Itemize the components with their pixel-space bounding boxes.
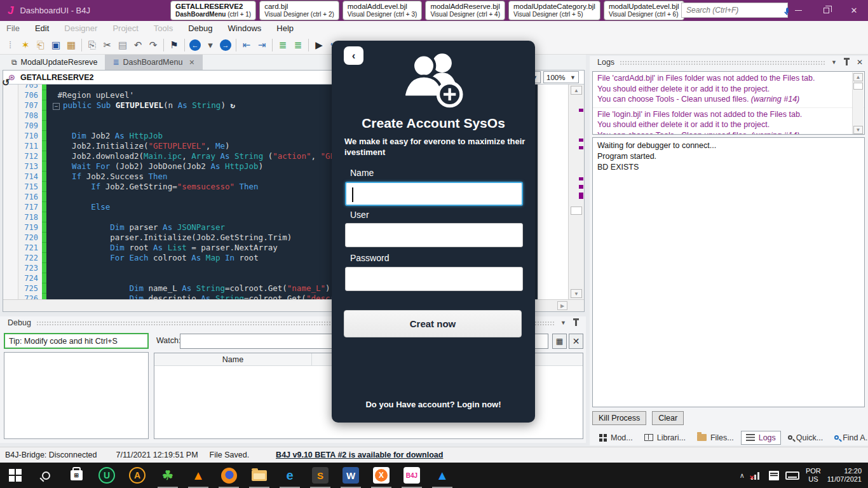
doc-tab-modalupdateresreve[interactable]: ⧉ ModalUpdateResreve (4, 55, 105, 70)
create-now-button[interactable]: Creat now (344, 310, 522, 337)
panel-tab-mod[interactable]: Mod... (595, 431, 637, 444)
new-file-icon[interactable]: ✶ (18, 37, 33, 53)
taskbar-vlc-icon[interactable]: ▲ (183, 463, 214, 488)
redo-icon[interactable]: ↷ (146, 37, 161, 53)
run-icon[interactable]: ▶ (311, 37, 327, 53)
taskbar-b4j-bridge-icon[interactable]: ▲ (427, 463, 458, 488)
taskbar-xampp-icon[interactable]: X (366, 463, 397, 488)
menu-project[interactable]: Project (112, 24, 138, 33)
taskbar-b4j-icon[interactable]: B4J (397, 463, 427, 488)
evaluate-expression-button[interactable]: ▦ (552, 334, 567, 349)
taskbar-iobit-uninstaller-icon[interactable]: U (92, 463, 122, 488)
restore-button[interactable] (812, 0, 840, 21)
menu-tools[interactable]: Tools (154, 24, 173, 33)
copy-icon[interactable]: ⎘ (85, 37, 100, 53)
taskbar-sublime-text-icon[interactable]: S (305, 463, 336, 488)
bookmark-marker[interactable] (579, 177, 583, 180)
bookmark-marker[interactable] (579, 185, 583, 189)
taskbar-firefox-icon[interactable] (214, 463, 244, 488)
scroll-down-icon[interactable]: ▼ (853, 126, 863, 134)
clock[interactable]: 12:2011/07/2021 (827, 467, 862, 484)
scrollbar-thumb[interactable] (571, 207, 582, 215)
close-button[interactable]: ✕ (840, 0, 868, 21)
network-disconnected-icon[interactable]: ✕ (751, 471, 763, 480)
menu-windows[interactable]: Windows (228, 24, 262, 33)
indent-less-icon[interactable]: ⇤ (239, 37, 254, 53)
scroll-up-icon[interactable]: ▲ (571, 86, 582, 95)
quick-tab-modaladdreserve.bjl[interactable]: modalAddReserve.bjlVisual Designer (ctrl… (425, 1, 505, 20)
zoom-selector-dropdown[interactable]: 100% ▼ (543, 71, 579, 83)
indent-more-icon[interactable]: ⇥ (254, 37, 269, 53)
save-icon[interactable]: ▣ (48, 37, 64, 53)
paste-icon[interactable]: ▤ (115, 37, 130, 53)
warnings-log-box[interactable]: File 'cardAdd.bjl' in Files folder was n… (592, 71, 865, 135)
user-field[interactable] (345, 223, 523, 247)
taskbar-file-explorer-icon[interactable] (244, 463, 275, 488)
quick-tab-modalupdatecategory.bjl[interactable]: modalUpdateCategory.bjlVisual Designer (… (508, 1, 600, 20)
taskbar-search-icon[interactable] (31, 463, 61, 488)
quick-tab-getallreserve2[interactable]: GETALLRESERVE2DashBoardMenu (ctrl + 1) (170, 1, 256, 20)
cut-icon[interactable]: ✂ (100, 37, 115, 53)
close-tab-icon[interactable]: ✕ (189, 58, 194, 67)
touch-keyboard-icon[interactable] (785, 471, 799, 480)
login-link[interactable]: Do you Have account? Login now! (332, 400, 535, 409)
panel-tab-files[interactable]: Files... (693, 431, 738, 444)
export-zip-icon[interactable]: ▦ (64, 37, 79, 53)
bookmark-marker[interactable] (579, 109, 583, 112)
scroll-right-icon[interactable]: ▶ (557, 301, 567, 310)
taskbar-edge-icon[interactable]: e (275, 463, 305, 488)
scroll-up-icon[interactable]: ▲ (853, 73, 863, 81)
panel-tab-librari[interactable]: Librari... (640, 431, 690, 444)
taskbar-word-icon[interactable]: W (336, 463, 366, 488)
quick-tab-modaladdlevel.bjl[interactable]: modalAddLevel.bjlVisual Designer (ctrl +… (342, 1, 423, 20)
comment-icon[interactable]: ≣ (275, 37, 290, 53)
kill-process-button[interactable]: Kill Process (592, 411, 646, 425)
notifications-icon[interactable] (769, 471, 779, 480)
search-input[interactable] (682, 6, 786, 15)
open-project-icon[interactable]: ⎗ (33, 37, 48, 53)
global-search-box[interactable] (681, 3, 788, 18)
editor-vertical-scrollbar[interactable]: ▲ ▼ (568, 85, 584, 299)
doc-tab-dashboardmenu[interactable]: ≣ DashBoardMenu ✕ (105, 55, 202, 70)
clear-watch-button[interactable]: ✕ (569, 334, 583, 349)
clear-logs-button[interactable]: Clear (652, 411, 684, 425)
menu-edit[interactable]: Edit (35, 24, 49, 33)
bookmark-marker[interactable] (579, 146, 583, 149)
language-indicator[interactable]: PORUS (806, 467, 821, 484)
taskbar-start-icon[interactable] (0, 463, 31, 488)
menu-file[interactable]: File (6, 24, 20, 33)
warnings-scrollbar[interactable]: ▲ ▼ (852, 72, 864, 135)
bookmark-marker[interactable] (579, 193, 583, 199)
navigate-forward-icon[interactable]: → (218, 37, 233, 53)
quick-tab-modalupdatelevel.bjl[interactable]: modalUpdateLevel.bjlVisual Designer (ctr… (604, 1, 684, 20)
bookmark-icon[interactable]: ⚑ (166, 37, 182, 53)
scrollbar-thumb[interactable] (853, 83, 863, 90)
close-panel-icon[interactable]: ✕ (857, 58, 863, 67)
scroll-down-icon[interactable]: ▼ (571, 289, 582, 298)
menu-designer[interactable]: Designer (64, 24, 97, 33)
program-log-box[interactable]: Waiting for debugger to connect...Progra… (592, 137, 865, 407)
quick-tab-card.bjl[interactable]: card.bjlVisual Designer (ctrl + 2) (259, 1, 339, 20)
uncomment-icon[interactable]: ≣ (290, 37, 306, 53)
panel-tab-quick[interactable]: Quick... (783, 431, 827, 444)
taskbar-store-icon[interactable]: ⊞ (61, 463, 92, 488)
undo-icon[interactable]: ↶ (130, 37, 146, 53)
taskbar-aimp-icon[interactable]: A (122, 463, 153, 488)
panel-menu-icon[interactable]: ▼ (560, 320, 566, 326)
panel-menu-icon[interactable]: ▼ (831, 59, 837, 65)
taskbar-clover-icon[interactable]: ☘ (153, 463, 183, 488)
panel-tab-find a[interactable]: Find A... (830, 431, 868, 444)
nav-menu-icon[interactable]: ▾ (203, 37, 218, 53)
menu-help[interactable]: Help (276, 24, 294, 33)
menu-debug[interactable]: Debug (188, 24, 212, 33)
panel-tab-logs[interactable]: Logs (741, 431, 781, 445)
name-field[interactable] (345, 182, 523, 206)
bookmark-marker[interactable] (579, 139, 583, 142)
debug-variables-list[interactable] (4, 352, 149, 439)
update-available-link[interactable]: B4J v9.10 BETA #2 is available for downl… (276, 451, 443, 459)
tray-expand-icon[interactable]: ∧ (740, 471, 745, 480)
pin-icon[interactable] (575, 320, 577, 326)
minimize-button[interactable] (784, 0, 812, 21)
password-field[interactable] (345, 267, 523, 291)
navigate-back-icon[interactable]: ← (187, 37, 203, 53)
